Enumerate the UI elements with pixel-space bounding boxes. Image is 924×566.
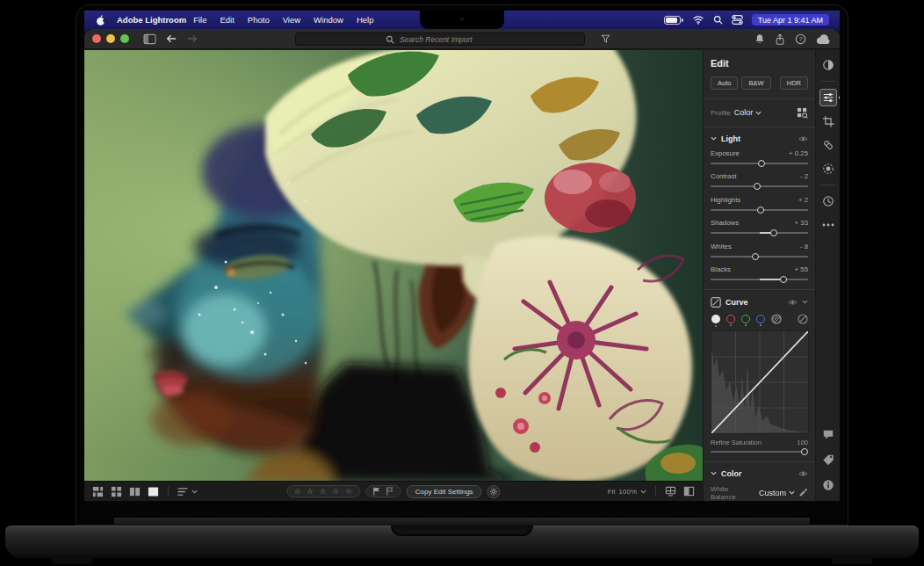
- menu-photo[interactable]: Photo: [248, 15, 270, 25]
- control-center-icon[interactable]: [732, 14, 743, 25]
- wifi-icon[interactable]: [692, 15, 704, 25]
- filter-icon[interactable]: [601, 34, 610, 44]
- keywords-tag-icon[interactable]: [819, 451, 837, 468]
- info-icon[interactable]: [819, 476, 837, 494]
- copy-edit-settings-button[interactable]: Copy Edit Settings: [407, 485, 482, 498]
- channel-blue-button[interactable]: [756, 315, 765, 323]
- auto-button[interactable]: Auto: [711, 76, 738, 90]
- light-section-header[interactable]: Light: [711, 134, 808, 143]
- display: Adobe Lightroom File Edit Photo View Win…: [84, 11, 840, 501]
- menu-app-name[interactable]: Adobe Lightroom: [117, 15, 186, 25]
- slider-knob[interactable]: [752, 253, 759, 260]
- slider-exposure[interactable]: Exposure+ 0.25: [711, 149, 808, 164]
- browse-profiles-icon[interactable]: [797, 107, 808, 119]
- edit-panel-icon[interactable]: [819, 89, 837, 106]
- search-input[interactable]: [398, 34, 494, 45]
- eye-icon[interactable]: [798, 470, 808, 477]
- refine-saturation-slider[interactable]: [711, 451, 808, 453]
- slider-knob[interactable]: [757, 207, 764, 214]
- battery-icon[interactable]: [664, 16, 683, 25]
- close-button[interactable]: [92, 34, 101, 43]
- tone-curve-editor[interactable]: [711, 330, 809, 434]
- hdr-button[interactable]: HDR: [780, 76, 808, 90]
- slider-track[interactable]: [711, 256, 808, 258]
- menu-help[interactable]: Help: [357, 15, 374, 25]
- back-arrow-icon[interactable]: [165, 33, 177, 44]
- spotlight-search-icon[interactable]: [713, 15, 723, 25]
- slider-track[interactable]: [711, 163, 808, 164]
- toolbar-divider: [168, 486, 169, 497]
- healing-icon[interactable]: [819, 136, 837, 154]
- sidebar-toggle-icon[interactable]: [143, 33, 156, 45]
- fullscreen-button[interactable]: [120, 34, 129, 43]
- color-section-header[interactable]: Color: [711, 469, 808, 478]
- before-after-icon[interactable]: [683, 486, 695, 497]
- bw-button[interactable]: B&W: [741, 76, 770, 90]
- grid-overlay-icon[interactable]: [665, 486, 676, 497]
- white-balance-select[interactable]: Custom: [759, 489, 795, 497]
- photo-canvas[interactable]: [84, 50, 703, 481]
- reject-flag-icon[interactable]: [386, 487, 394, 496]
- share-icon[interactable]: [775, 33, 785, 46]
- channel-parametric-button[interactable]: [771, 314, 782, 324]
- cloud-sync-icon[interactable]: [816, 34, 831, 45]
- reset-curve-icon[interactable]: [798, 314, 808, 324]
- curve-section-header[interactable]: Curve: [711, 297, 808, 308]
- slider-track[interactable]: [711, 209, 808, 211]
- view-square-grid-icon[interactable]: [111, 486, 122, 497]
- eye-icon[interactable]: [798, 135, 808, 142]
- presets-icon[interactable]: [819, 56, 837, 74]
- help-icon[interactable]: ?: [795, 33, 806, 45]
- photo-viewer: ☆ ☆ ☆ ☆ ☆: [84, 50, 703, 501]
- slider-contrast[interactable]: Contrast- 2: [711, 172, 808, 187]
- refine-saturation-value: 100: [797, 439, 808, 446]
- view-photo-grid-icon[interactable]: [92, 486, 104, 497]
- star-icon[interactable]: ☆ ☆ ☆ ☆ ☆: [293, 488, 353, 496]
- slider-track[interactable]: [711, 279, 808, 280]
- toolbar-divider: [655, 486, 656, 497]
- slider-knob[interactable]: [754, 183, 761, 190]
- forward-arrow-icon[interactable]: [186, 33, 199, 44]
- menu-clock[interactable]: Tue Apr 1 9:41 AM: [752, 14, 829, 25]
- slider-track[interactable]: [711, 232, 808, 234]
- channel-green-button[interactable]: [741, 315, 750, 323]
- slider-knob[interactable]: [801, 448, 808, 455]
- slider-knob[interactable]: [780, 276, 787, 283]
- eyedropper-icon[interactable]: [798, 488, 808, 497]
- pick-flag-icon[interactable]: [373, 487, 381, 496]
- apple-menu[interactable]: [95, 14, 106, 26]
- zoom-control[interactable]: Fit 100%: [608, 488, 646, 496]
- search-field[interactable]: [295, 33, 585, 46]
- menu-edit[interactable]: Edit: [220, 15, 234, 25]
- crop-icon[interactable]: [819, 112, 837, 130]
- versions-history-icon[interactable]: [819, 192, 837, 210]
- menu-file[interactable]: File: [193, 15, 206, 25]
- masking-icon[interactable]: [819, 160, 837, 178]
- slider-whites[interactable]: Whites- 8: [711, 243, 808, 258]
- menu-view[interactable]: View: [283, 15, 300, 25]
- eye-icon[interactable]: [788, 299, 798, 306]
- profile-select[interactable]: Color: [734, 108, 762, 117]
- sort-icon[interactable]: [177, 487, 198, 497]
- star-rating[interactable]: ☆ ☆ ☆ ☆ ☆: [286, 485, 360, 497]
- slider-shadows[interactable]: Shadows+ 33: [711, 219, 808, 234]
- minimize-button[interactable]: [106, 34, 115, 43]
- slider-highlights[interactable]: Highlights+ 2: [711, 196, 808, 211]
- comments-icon[interactable]: [819, 425, 837, 443]
- channel-red-button[interactable]: [726, 315, 735, 323]
- settings-gear-icon[interactable]: [487, 485, 501, 498]
- more-tools-icon[interactable]: [819, 216, 837, 234]
- view-compare-icon[interactable]: [129, 486, 141, 497]
- channel-all-button[interactable]: [711, 315, 720, 323]
- notifications-bell-icon[interactable]: [754, 33, 765, 45]
- menu-window[interactable]: Window: [314, 15, 343, 25]
- slider-blacks[interactable]: Blacks+ 55: [711, 265, 808, 280]
- slider-knob[interactable]: [758, 160, 765, 167]
- slider-track[interactable]: [711, 185, 808, 187]
- zoom-level: 100%: [619, 488, 637, 496]
- view-detail-icon[interactable]: [148, 486, 159, 497]
- window-titlebar: ?: [84, 29, 840, 49]
- slider-knob[interactable]: [770, 229, 777, 236]
- chevron-down-icon[interactable]: [802, 300, 808, 304]
- tone-curve-icon: [711, 297, 721, 308]
